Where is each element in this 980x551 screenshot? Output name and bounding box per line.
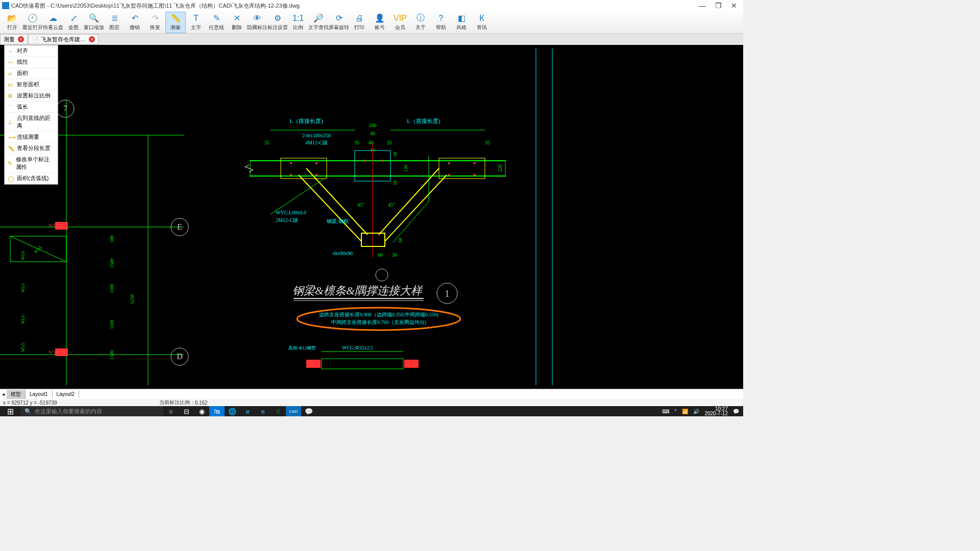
svg-text:中间跨支座搭接长度0.700（支座两边均分): 中间跨支座搭接长度0.700（支座两边均分) <box>331 319 426 325</box>
tool-undo[interactable]: ↶撤销 <box>125 12 145 33</box>
tool-annoset[interactable]: ⚙标注设置 <box>267 12 288 33</box>
edge-icon[interactable]: e <box>255 406 271 416</box>
measure-item-1[interactable]: ⟞线性 <box>5 57 58 68</box>
tool-freeline[interactable]: ✎任意线 <box>206 12 227 33</box>
ie-icon[interactable]: e <box>240 406 255 416</box>
cortana-icon[interactable]: ○ <box>163 406 179 416</box>
measure-item-4[interactable]: ⚙设置标注比例 <box>5 90 58 102</box>
windows-taskbar: ⊞ 🔍 在这里输入你要搜索的内容 ○ ⊟ ◉ 🛍 🌐 e e X CAD 💬 ⌨… <box>0 406 743 416</box>
svg-point-43 <box>474 162 476 164</box>
taskview-icon[interactable]: ⊟ <box>179 406 194 416</box>
tray-chevron-icon[interactable]: ˄ <box>674 409 677 414</box>
svg-text:60: 60 <box>378 252 383 258</box>
doc-tab-1[interactable]: 📄 飞灰暂存仓库建…× <box>29 34 99 44</box>
cad-taskbar-icon[interactable]: CAD <box>286 406 301 416</box>
measure-item-2[interactable]: ▱面积 <box>5 68 58 79</box>
tool-about[interactable]: ⓘ关于 <box>410 12 431 33</box>
main-toolbar: 📂打开🕘最近打开☁快看云盘⤢全图🔍窗口缩放≣图层↶撤销↷恢复📏测量T文字✎任意线… <box>0 11 743 34</box>
minimize-button[interactable]: — <box>699 2 706 10</box>
tool-text[interactable]: T文字 <box>186 12 206 33</box>
svg-point-42 <box>448 162 450 164</box>
close-button[interactable]: ✕ <box>731 2 737 10</box>
tool-scale[interactable]: 1:1比例 <box>288 12 308 33</box>
layout-tab-2[interactable]: Layout2 <box>53 390 80 398</box>
doc-tabs: 测量×📄 飞灰暂存仓库建…× <box>0 34 743 45</box>
measure-item-0[interactable]: ↔对齐 <box>5 45 58 57</box>
svg-text:1500: 1500 <box>109 284 114 294</box>
svg-text:WXL: WXL <box>33 244 43 254</box>
svg-line-49 <box>299 175 361 241</box>
measure-item-10[interactable]: ◯面积(含弧线) <box>5 173 58 184</box>
svg-text:高栓:Φ12钢管: 高栓:Φ12钢管 <box>288 345 316 350</box>
svg-text:WLG: WLG <box>21 315 26 324</box>
measure-item-3[interactable]: ▭矩形面积 <box>5 79 58 90</box>
svg-text:35: 35 <box>264 140 270 145</box>
svg-text:1580: 1580 <box>109 259 114 268</box>
tool-help[interactable]: ?帮助 <box>431 12 451 33</box>
tool-rotate[interactable]: ⟳屏幕旋转 <box>329 12 349 33</box>
ime-icon[interactable]: ⌨ <box>662 409 669 414</box>
tool-layers[interactable]: ≣图层 <box>104 12 125 33</box>
svg-point-45 <box>474 174 476 176</box>
wechat-icon[interactable]: 💬 <box>301 406 316 416</box>
tool-measure[interactable]: 📏测量 <box>165 12 186 33</box>
svg-text:1: 1 <box>445 289 450 299</box>
tool-print[interactable]: 🖨打印 <box>349 12 370 33</box>
svg-text:L（搭接长度): L（搭接长度) <box>289 118 323 124</box>
tool-account[interactable]: 👤账号 <box>370 12 390 33</box>
browser-icon[interactable]: 🌐 <box>225 406 240 416</box>
start-button[interactable]: ⊞ <box>0 406 20 416</box>
tab-close-icon[interactable]: × <box>18 36 24 42</box>
measure-item-7[interactable]: ⟿连续测量 <box>5 132 58 143</box>
notification-icon[interactable]: 💬 <box>733 409 739 414</box>
svg-text:6250: 6250 <box>130 294 135 304</box>
network-icon[interactable]: 📶 <box>682 409 688 414</box>
tool-zoomwin[interactable]: 🔍窗口缩放 <box>84 12 104 33</box>
svg-text:30: 30 <box>392 252 397 258</box>
volume-icon[interactable]: 🔊 <box>693 409 699 414</box>
svg-text:60: 60 <box>398 238 403 243</box>
svg-text:WLG: WLG <box>21 283 26 292</box>
measure-item-9[interactable]: ✎修改单个标注属性 <box>5 154 58 173</box>
tool-open[interactable]: 📂打开 <box>2 12 22 33</box>
tool-redo[interactable]: ↷恢复 <box>145 12 165 33</box>
drawing-canvas[interactable]: 7 E D 500 1580 1500 1500 1500 6250 WYC W… <box>0 45 743 389</box>
excel-icon[interactable]: X <box>271 406 286 416</box>
svg-point-38 <box>290 162 292 164</box>
svg-text:45°: 45° <box>388 202 395 208</box>
svg-text:35: 35 <box>354 140 359 145</box>
measure-item-5[interactable]: ⌒弧长 <box>5 102 58 113</box>
svg-line-48 <box>306 168 368 235</box>
svg-text:1500: 1500 <box>109 320 114 330</box>
tool-news[interactable]: К资讯 <box>472 12 492 33</box>
layout-tab-1[interactable]: Layout1 <box>26 390 53 398</box>
layout-tab-model[interactable]: 模型 <box>7 390 26 399</box>
tool-delete[interactable]: ✕删除 <box>227 12 247 33</box>
svg-text:35: 35 <box>387 140 392 145</box>
doc-tab-0[interactable]: 测量× <box>0 34 28 44</box>
svg-text:40: 40 <box>370 131 375 136</box>
svg-text:35: 35 <box>485 140 490 145</box>
svg-text:1500: 1500 <box>109 350 114 360</box>
layout-tabs: ◂ 模型 Layout1 Layout2 <box>0 389 743 399</box>
measure-item-8[interactable]: 📏查看分段长度 <box>5 143 58 154</box>
svg-point-83 <box>376 269 388 281</box>
system-tray[interactable]: ⌨ ˄ 📶 🔊 10:27 2020-7-12 💬 <box>662 407 743 416</box>
tool-hideanno[interactable]: 👁隐藏标注 <box>247 12 267 33</box>
measure-menu[interactable]: ↔对齐⟞线性▱面积▭矩形面积⚙设置标注比例⌒弧长⊥点到直线的距离⟿连续测量📏查看… <box>4 45 58 185</box>
clock-date: 2020-7-12 <box>704 411 728 416</box>
tool-cloud[interactable]: ☁快看云盘 <box>43 12 63 33</box>
measure-item-6[interactable]: ⊥点到直线的距离 <box>5 113 58 132</box>
maximize-button[interactable]: ❐ <box>715 2 722 10</box>
tool-style[interactable]: ◧风格 <box>451 12 472 33</box>
svg-point-89 <box>297 308 460 330</box>
tool-vip[interactable]: VIP会员 <box>390 12 410 33</box>
tool-full[interactable]: ⤢全图 <box>63 12 84 33</box>
tool-recent[interactable]: 🕘最近打开 <box>22 12 43 33</box>
tab-close-icon[interactable]: × <box>89 36 95 42</box>
taskbar-search[interactable]: 🔍 在这里输入你要搜索的内容 <box>20 406 163 416</box>
store-icon[interactable]: 🛍 <box>209 406 225 416</box>
tool-textsearch[interactable]: 🔎文字查找 <box>308 12 329 33</box>
svg-rect-94 <box>404 360 419 368</box>
chrome-icon[interactable]: ◉ <box>194 406 209 416</box>
